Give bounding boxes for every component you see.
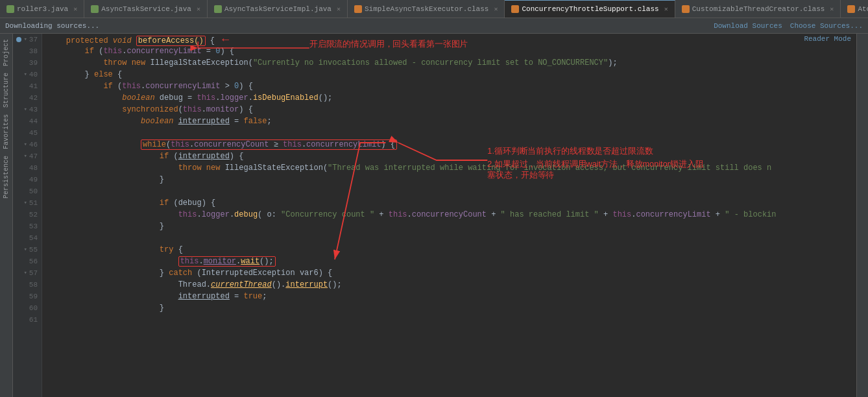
code-line-51: if (debug) { [42,197,856,209]
tab-close-asynctaskservice[interactable]: ✕ [197,5,200,13]
line-num-53: 53 [13,221,42,232]
tab-close-customizablethreadcreator[interactable]: ✕ [830,5,834,13]
choose-sources-link[interactable]: Choose Sources... [790,22,863,30]
before-access-boxed: beforeAccess() [136,36,206,46]
code-line-49: } [42,174,856,186]
line-num-57: ▾57 [13,267,42,279]
code-line-42: boolean debug = this.logger.isDebugEnabl… [42,92,856,104]
code-line-45 [42,127,856,139]
tab-customizablethreadcreator[interactable]: CustomizableThreadCreator.class ✕ [675,0,841,18]
class-file-icon4 [847,5,855,13]
line-num-51: ▾51 [13,197,42,209]
line-num-50: 50 [13,186,42,197]
code-line-43: synchronized(this.monitor) { [42,104,856,115]
code-line-38: if (this.concurrencyLimit = 0) { [42,45,856,57]
tab-close-asynctaskserviceimpl[interactable]: ✕ [337,5,341,13]
code-line-50 [42,186,856,197]
tab-close-roller3[interactable]: ✕ [73,5,77,13]
tab-bar: roller3.java ✕ AsyncTaskService.java ✕ A… [0,0,868,18]
code-line-40: } else { [42,69,856,80]
main-layout: Project Structure Favorites Persistence … [0,34,868,397]
sidebar-favorites[interactable]: Favorites [1,112,11,152]
sidebar-persistence[interactable]: Persistence [1,153,11,201]
code-line-54 [42,232,856,244]
tab-roller3[interactable]: roller3.java ✕ [0,0,84,18]
line-num-41: 41 [13,80,42,92]
code-line-39: throw new IllegalStateException("Current… [42,57,856,69]
line-num-61: 61 [13,314,42,326]
line-num-60: 60 [13,302,42,314]
monitor-wait-boxed: this.monitor.wait(); [178,256,276,267]
class-file-icon2 [511,5,519,13]
line-num-49: 49 [13,174,42,186]
line-num-39: 39 [13,57,42,69]
code-line-41: if (this.concurrencyLimit > 0) { [42,80,856,92]
line-num-56: 56 [13,256,42,267]
code-line-56: this.monitor.wait(); [42,256,856,267]
right-sidebar [856,34,868,397]
code-line-58: Thread.currentThread().interrupt(); [42,279,856,291]
code-line-37: protected void beforeAccess() { ← [42,34,856,45]
code-line-61 [42,314,856,326]
line-num-37: ▾37 [13,34,42,45]
tab-close-concurrencythrottlesupport[interactable]: ✕ [664,5,668,13]
code-line-60: } [42,302,856,314]
download-sources-link[interactable]: Download Sources [714,22,782,30]
line-num-58: 58 [13,279,42,291]
sidebar-structure[interactable]: Structure [1,70,11,110]
code-line-57: } catch (InterruptedException var6) { [42,267,856,279]
left-sidebar: Project Structure Favorites Persistence [0,34,13,397]
java-file-icon3 [214,5,222,13]
line-num-47: ▾47 [13,150,42,162]
line-num-55: ▾55 [13,244,42,256]
tab-atomicinteg[interactable]: AtomicInteg ✕ [841,0,868,18]
code-line-47: if (interrupted) { [42,150,856,162]
code-line-44: boolean interrupted = false; [42,115,856,127]
code-area[interactable]: Reader Mode protected void beforeAccess(… [42,34,856,397]
code-lines: Reader Mode protected void beforeAccess(… [42,34,856,397]
tab-asynctaskservice[interactable]: AsyncTaskService.java ✕ [84,0,208,18]
line-number-gutter: ▾37 38 39 ▾40 41 42 ▾43 44 45 ▾46 ▾47 48… [13,34,42,397]
while-condition-boxed: while(this.concurrencyCount ≥ this.concu… [141,139,397,150]
line-num-46: ▾46 [13,139,42,150]
java-file-icon [6,5,14,13]
line-num-59: 59 [13,291,42,302]
line-num-38: 38 [13,45,42,57]
code-line-59: interrupted = true; [42,291,856,302]
line-num-44: 44 [13,115,42,127]
line-num-40: ▾40 [13,69,42,80]
notification-right: Download Sources Choose Sources... [714,22,863,30]
line-num-42: 42 [13,92,42,104]
code-content: Reader Mode protected void beforeAccess(… [42,34,856,397]
line-num-45: 45 [13,127,42,139]
code-line-46: while(this.concurrencyCount ≥ this.concu… [42,139,856,150]
code-line-52: this.logger.debug( o: "Concurrency count… [42,209,856,221]
code-line-55: try { [42,244,856,256]
tab-close-simpleasynctaskexecutor[interactable]: ✕ [494,5,498,13]
sidebar-project[interactable]: Project [1,36,11,69]
notification-left: Downloading sources... [5,22,99,30]
line-num-52: 52 [13,209,42,221]
line-num-43: ▾43 [13,104,42,115]
tab-asynctaskserviceimpl[interactable]: AsyncTaskServiceImpl.java ✕ [208,0,348,18]
class-file-icon1 [354,5,362,13]
line-num-54: 54 [13,232,42,244]
java-file-icon2 [91,5,99,13]
class-file-icon3 [682,5,690,13]
tab-concurrencythrottlesupport[interactable]: ConcurrencyThrottleSupport.class ✕ [505,0,675,18]
tab-simpleasynctaskexecutor[interactable]: SimpleAsyncTaskExecutor.class ✕ [348,0,505,18]
code-line-48: throw new IllegalStateException("Thread … [42,162,856,174]
notification-bar: Downloading sources... Download Sources … [0,18,868,34]
notification-text: Downloading sources... [5,22,99,30]
code-line-53: } [42,221,856,232]
line-num-48: 48 [13,162,42,174]
